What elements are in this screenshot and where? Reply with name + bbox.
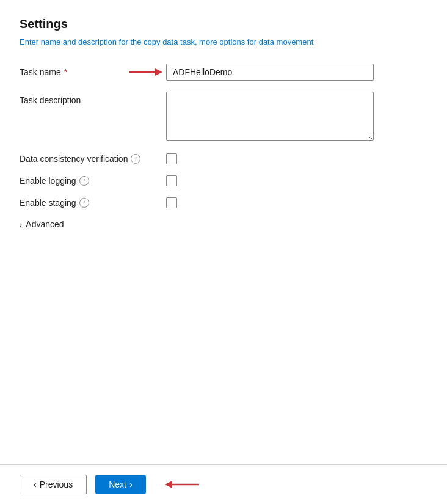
task-description-label: Task description: [20, 92, 166, 105]
previous-chevron-icon: ‹: [34, 480, 37, 489]
previous-button[interactable]: ‹ Previous: [20, 475, 87, 494]
task-name-wrapper: [166, 64, 427, 81]
enable-logging-info-icon[interactable]: i: [79, 176, 89, 186]
enable-logging-checkbox[interactable]: [166, 175, 177, 186]
advanced-label: Advanced: [26, 219, 64, 229]
data-consistency-row: Data consistency verification i: [20, 153, 427, 164]
required-star: *: [64, 67, 67, 77]
next-label: Next: [109, 480, 126, 489]
task-description-control: [166, 92, 427, 142]
advanced-chevron-icon: ›: [20, 220, 22, 229]
footer-bar: ‹ Previous Next ›: [0, 464, 447, 504]
task-description-row: Task description: [20, 92, 427, 142]
next-chevron-icon: ›: [129, 480, 133, 489]
task-name-row: Task name *: [20, 64, 427, 81]
svg-marker-3: [165, 481, 172, 488]
page-title: Settings: [20, 17, 427, 31]
next-button[interactable]: Next ›: [95, 475, 145, 494]
enable-staging-label: Enable staging i: [20, 198, 166, 208]
page-container: Settings Enter name and description for …: [0, 0, 447, 504]
task-name-input[interactable]: [166, 64, 374, 81]
task-name-control: [166, 64, 427, 81]
enable-staging-row: Enable staging i: [20, 197, 427, 208]
arrow-indicator-taskname: [129, 65, 162, 79]
enable-logging-label: Enable logging i: [20, 176, 166, 186]
svg-marker-1: [155, 68, 162, 76]
page-subtitle: Enter name and description for the copy …: [20, 37, 427, 46]
enable-staging-checkbox[interactable]: [166, 197, 177, 208]
data-consistency-label: Data consistency verification i: [20, 154, 166, 164]
advanced-section[interactable]: › Advanced: [20, 219, 427, 229]
form-area: Task name * Task descr: [20, 64, 427, 504]
enable-logging-row: Enable logging i: [20, 175, 427, 186]
task-description-input[interactable]: [166, 92, 374, 141]
previous-label: Previous: [40, 480, 73, 489]
arrow-indicator-next: [162, 478, 199, 491]
data-consistency-checkbox[interactable]: [166, 153, 177, 164]
enable-staging-info-icon[interactable]: i: [79, 198, 89, 208]
data-consistency-info-icon[interactable]: i: [131, 154, 140, 164]
